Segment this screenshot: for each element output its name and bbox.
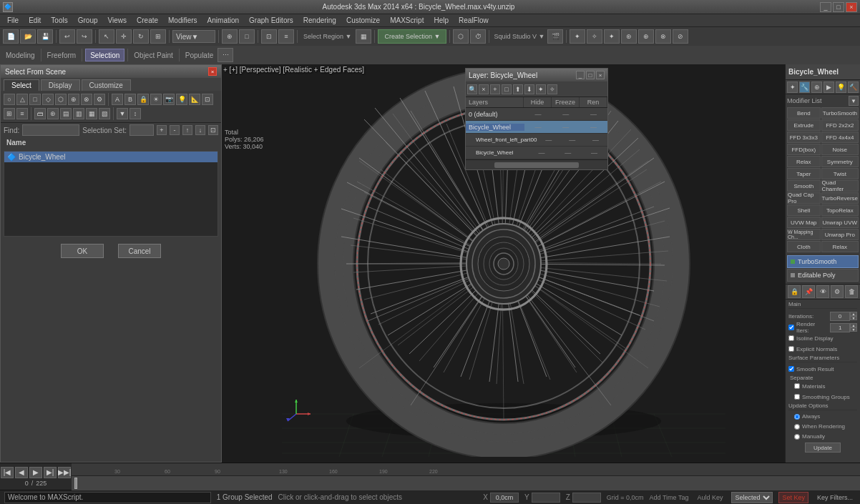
tb-undo[interactable]: ↩ <box>59 29 75 44</box>
menu-realflow[interactable]: RealFlow <box>454 15 493 26</box>
stack-lock-icon[interactable]: 🔒 <box>788 285 801 298</box>
layer-row-default[interactable]: 0 (default) — — — <box>466 108 607 121</box>
scene-tab-display[interactable]: Display <box>41 79 80 91</box>
layer-scrollbar[interactable] <box>466 159 607 169</box>
st-icon5[interactable]: ⬡ <box>55 94 67 105</box>
find-input[interactable] <box>22 124 79 136</box>
minimize-button[interactable]: _ <box>820 2 831 12</box>
st-icon12[interactable]: ☀ <box>150 94 162 105</box>
lt-btn4[interactable]: □ <box>502 84 512 94</box>
tb-named-sel[interactable]: ▦ <box>356 29 371 44</box>
lt-btn2[interactable]: × <box>479 84 489 94</box>
mod-ffd4x4x4[interactable]: FFD 4x4x4 <box>821 132 859 143</box>
x-value[interactable]: 0,0cm <box>490 493 519 503</box>
layer-maximize[interactable]: □ <box>586 71 595 79</box>
tb-effect4[interactable]: ⊛ <box>621 29 637 44</box>
stack-config-icon[interactable]: ⚙ <box>831 285 844 298</box>
mod-uvwmap[interactable]: UVW Map <box>787 217 821 228</box>
menu-group[interactable]: Group <box>74 15 102 26</box>
maxscript-prompt[interactable]: Welcome to MAXScript. <box>4 492 211 503</box>
tb-time-config[interactable]: ⏱ <box>470 29 486 44</box>
scene-item-bicycle-wheel[interactable]: 🔷 Bicycle_Wheel <box>4 152 218 162</box>
layer-row-wheel-front[interactable]: Wheel_front_left_part00 — — — <box>466 134 607 147</box>
tb-mirror[interactable]: ⊡ <box>261 29 277 44</box>
st-icon14[interactable]: 💡 <box>176 94 187 105</box>
ss-btn4[interactable]: ↓ <box>195 125 205 135</box>
menu-customize[interactable]: Customize <box>342 15 384 26</box>
ts-iter-down[interactable]: ▼ <box>850 316 857 320</box>
layer-row-bicycle-wheel2[interactable]: Bicycle_Wheel — — — <box>466 147 607 159</box>
timeline-playhead[interactable] <box>74 478 77 489</box>
tb-move[interactable]: ✛ <box>116 29 132 44</box>
panel-tab-utilities[interactable]: 🔨 <box>848 81 859 93</box>
tl-start-button[interactable]: |◀ <box>1 467 14 478</box>
st-icon10[interactable]: B <box>124 94 136 105</box>
tl-end-button[interactable]: ▶▶| <box>58 467 71 478</box>
lt-btn3[interactable]: + <box>490 84 500 94</box>
lt-btn6[interactable]: ⬇ <box>524 84 534 94</box>
tb-save[interactable]: 💾 <box>37 29 53 44</box>
layer-minimize[interactable]: _ <box>576 71 585 79</box>
st-icon4[interactable]: ◇ <box>42 94 54 105</box>
timeline-main[interactable]: 30 60 90 130 160 190 220 <box>72 463 860 490</box>
st-icon9[interactable]: A <box>112 94 123 105</box>
stack-show-icon[interactable]: 👁 <box>816 285 829 298</box>
tl-play-button[interactable]: ▶ <box>29 467 42 478</box>
mod-smooth[interactable]: Smooth <box>787 180 821 192</box>
st-icon3[interactable]: □ <box>29 94 41 105</box>
ss-scroll[interactable]: ⊡ <box>208 125 218 135</box>
ts-smoothing-groups-check[interactable] <box>794 394 800 400</box>
st-icon16[interactable]: ⊡ <box>202 94 213 105</box>
tb-scale[interactable]: ⊞ <box>150 29 166 44</box>
cancel-button[interactable]: Cancel <box>118 244 161 258</box>
mod-unwrap-pro[interactable]: Unwrap Pro <box>821 229 859 240</box>
tb-open[interactable]: 📂 <box>20 29 36 44</box>
menu-file[interactable]: File <box>3 15 23 26</box>
close-button[interactable]: × <box>846 2 857 12</box>
st-icon7[interactable]: ⊗ <box>81 94 92 105</box>
tl-prev-button[interactable]: ◀ <box>15 467 28 478</box>
st-icon22[interactable]: ▥ <box>73 108 84 119</box>
mod-quad-cap-pro[interactable]: Quad Cap Pro <box>787 192 821 204</box>
mod-wmapping[interactable]: W Mapping Ch... <box>787 229 821 240</box>
menu-views[interactable]: Views <box>104 15 132 26</box>
ts-smooth-result-check[interactable] <box>788 366 794 372</box>
mod-relax2[interactable]: Relax <box>821 241 859 252</box>
menu-graph-editors[interactable]: Graph Editors <box>245 15 298 26</box>
st-icon15[interactable]: 📐 <box>189 94 200 105</box>
ok-button[interactable]: OK <box>61 244 104 258</box>
mod-ffdbox[interactable]: FFD(box) <box>787 144 821 155</box>
tb-render[interactable]: 🎬 <box>547 29 563 44</box>
scene-dialog-close-button[interactable]: × <box>208 67 217 76</box>
scene-tab-customize[interactable]: Customize <box>82 79 131 91</box>
st-icon20[interactable]: ⊛ <box>47 108 59 119</box>
panel-tab-modify[interactable]: 🔧 <box>799 81 810 93</box>
panel-tab-create[interactable]: ✦ <box>787 81 798 93</box>
object-paint-label[interactable]: Object Paint <box>131 51 175 59</box>
mod-extrude[interactable]: Extrude <box>787 119 821 131</box>
tb-keyframe[interactable]: ⬡ <box>453 29 469 44</box>
st-icon19[interactable]: 🗃 <box>34 108 46 119</box>
ts-always-radio[interactable] <box>794 414 800 420</box>
ts-materials-check[interactable] <box>794 383 800 389</box>
st-icon17[interactable]: ⊞ <box>4 108 15 119</box>
set-key-button[interactable]: Set Key <box>778 492 808 503</box>
mod-turbosmooth[interactable]: TurboSmooth <box>821 107 859 119</box>
stack-item-editable-poly[interactable]: Editable Poly <box>787 269 859 282</box>
menu-tools[interactable]: Tools <box>47 15 72 26</box>
toolbar2-extra[interactable]: ⋯ <box>218 48 233 62</box>
st-icon18[interactable]: ≡ <box>16 108 28 119</box>
ts-isoline-check[interactable] <box>788 335 794 341</box>
ts-manually-radio[interactable] <box>794 434 800 440</box>
st-sort[interactable]: ↕ <box>130 108 141 119</box>
stack-delete-icon[interactable]: 🗑 <box>845 285 858 298</box>
tb-rotate[interactable]: ↻ <box>133 29 149 44</box>
stack-pin-icon[interactable]: 📌 <box>802 285 815 298</box>
key-mode-select[interactable]: Selected <box>731 492 773 503</box>
mod-cloth[interactable]: Cloth <box>787 241 821 252</box>
menu-edit[interactable]: Edit <box>24 15 45 26</box>
ts-update-button[interactable]: Update <box>805 443 841 453</box>
mod-unwrap-uvw[interactable]: Unwrap UVW <box>821 217 859 228</box>
timeline-slider[interactable] <box>72 476 860 490</box>
stack-item-turbosmooth[interactable]: TurboSmooth <box>787 255 859 268</box>
